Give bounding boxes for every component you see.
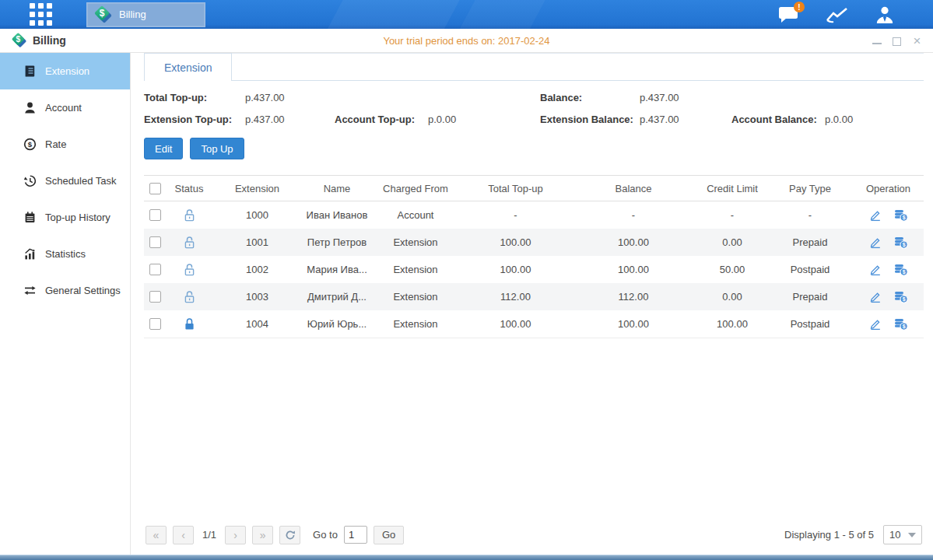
col-operation: Operation [851,183,926,194]
refresh-icon [285,530,296,541]
table-row: 1001 Петр Петров Extension 100.00 100.00… [144,229,924,256]
cell-charged-from: Extension [372,236,459,248]
col-status: Status [166,183,212,194]
row-checkbox[interactable] [149,291,161,303]
goto-label: Go to [313,529,338,541]
top-up-button[interactable]: Top Up [190,138,244,159]
col-credit-limit: Credit Limit [695,183,770,194]
cell-extension: 1003 [212,291,302,303]
prev-page-button[interactable]: ‹ [173,526,194,544]
status-lock-icon [166,317,212,331]
cell-credit-limit: - [695,209,770,221]
sidebar-item-account[interactable]: Account [0,89,130,126]
messages-icon[interactable]: ! [778,5,799,23]
tab-strip: Extension [144,53,924,81]
bar-chart-icon [23,247,37,261]
refresh-button[interactable] [279,526,300,544]
cell-charged-from: Extension [372,264,459,275]
cell-name: Петр Петров [302,236,372,248]
person-icon [23,101,37,114]
account-topup-value: p.0.00 [428,114,540,125]
sidebar-item-scheduled-task[interactable]: Scheduled Task [0,163,130,199]
bottom-frame-strip [0,555,933,560]
table-row: 1000 Иван Иванов Account - - - - $ [144,201,924,229]
edit-row-icon[interactable] [869,318,882,331]
sidebar-item-statistics[interactable]: Statistics [0,236,130,272]
svg-text:$: $ [902,215,905,221]
sidebar-item-general-settings[interactable]: General Settings [0,272,130,309]
sidebar-item-rate[interactable]: $ Rate [0,126,130,163]
minimize-button[interactable] [872,36,882,46]
tab-extension[interactable]: Extension [144,53,232,81]
billing-window: $ Billing Your trial period ends on: 201… [0,29,933,555]
notebook-icon [23,211,37,224]
window-title: Billing [33,34,66,47]
edit-row-icon[interactable] [869,209,882,222]
close-button[interactable]: × [912,36,922,46]
goto-page-input[interactable] [344,526,367,544]
first-page-button[interactable]: « [146,526,167,544]
user-icon[interactable] [875,5,894,24]
row-checkbox[interactable] [149,236,161,248]
page-size-value: 10 [889,529,900,541]
row-checkbox[interactable] [149,318,161,330]
svg-text:$: $ [902,269,905,275]
displaying-text: Displaying 1 - 5 of 5 [784,529,874,541]
chart-icon[interactable] [826,6,849,23]
edit-row-icon[interactable] [869,236,882,249]
taskbar-billing-button[interactable]: $ Billing [86,2,205,27]
billing-app-icon: $ [95,6,112,23]
cell-extension: 1000 [212,209,302,221]
cell-name: Мария Ива... [302,264,372,275]
page-indicator: 1/1 [202,529,216,541]
page-size-dropdown[interactable]: 10 [883,525,922,544]
main-content: Extension Total Top-up: p.437.00 Balance… [131,53,933,555]
sidebar-item-label: Extension [45,65,89,77]
cell-balance: - [572,209,695,221]
cell-pay-type: Postpaid [770,318,851,330]
top-up-row-icon[interactable]: $ [893,290,908,303]
sidebar-item-extension[interactable]: Extension [0,53,130,89]
maximize-button[interactable] [892,36,902,46]
chevron-down-icon [908,533,916,537]
cell-pay-type: Prepaid [770,236,851,248]
top-up-row-icon[interactable]: $ [893,236,908,249]
edit-row-icon[interactable] [869,291,882,303]
cell-balance: 100.00 [572,318,695,330]
row-checkbox[interactable] [149,264,161,275]
total-topup-label: Total Top-up: [144,92,245,103]
col-balance: Balance [572,183,695,194]
screen: $ Billing ! [0,0,933,560]
last-page-button[interactable]: » [252,526,273,544]
ledger-icon [23,65,37,78]
cell-credit-limit: 50.00 [695,264,770,275]
go-button[interactable]: Go [374,526,404,544]
cell-credit-limit: 0.00 [695,291,770,303]
cell-credit-limit: 0.00 [695,236,770,248]
edit-button[interactable]: Edit [144,138,183,159]
window-titlebar: $ Billing Your trial period ends on: 201… [0,29,933,53]
cell-credit-limit: 100.00 [695,318,770,330]
next-page-button[interactable]: › [225,526,246,544]
row-checkbox[interactable] [149,209,161,221]
col-extension: Extension [212,183,302,194]
taskbar: $ Billing ! [0,0,933,29]
extensions-table: Status Extension Name Charged From Total… [144,175,924,338]
sidebar-item-label: Statistics [45,248,86,260]
status-lock-icon [166,263,212,277]
balance-label: Balance: [540,92,640,103]
svg-text:$: $ [902,296,905,303]
sidebar-item-topup-history[interactable]: Top-up History [0,199,130,236]
cell-total-topup: - [459,209,572,221]
edit-row-icon[interactable] [869,264,882,276]
top-up-row-icon[interactable]: $ [893,317,908,331]
app-launcher-grid-icon[interactable] [30,3,52,26]
select-all-checkbox[interactable] [149,183,161,194]
top-up-row-icon[interactable]: $ [893,263,908,276]
top-up-row-icon[interactable]: $ [893,208,908,222]
balance-value: p.437.00 [640,92,731,103]
dollar-circle-icon: $ [23,138,37,151]
svg-text:$: $ [902,242,905,248]
total-topup-value: p.437.00 [245,92,335,103]
status-lock-icon [166,290,212,304]
